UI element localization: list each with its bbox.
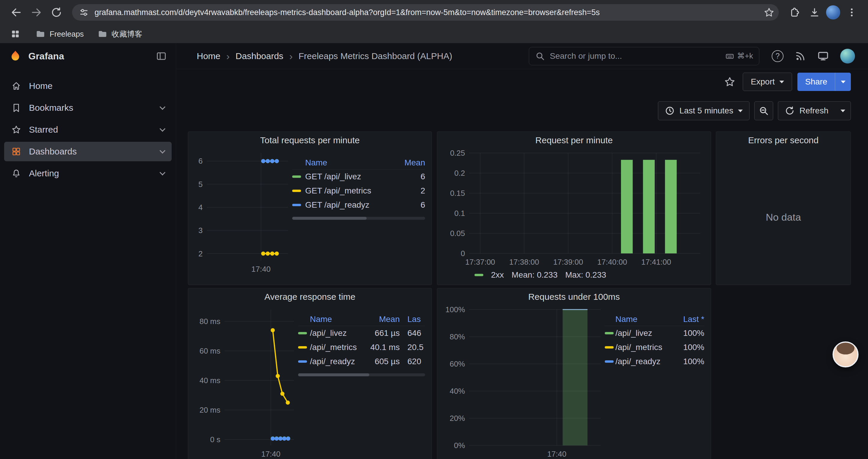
bookmarks-bar: Freeleaps 收藏博客 [0, 25, 868, 43]
legend-header-last[interactable]: Las [400, 315, 425, 324]
svg-text:17:40:00: 17:40:00 [597, 258, 627, 266]
chevron-down-icon[interactable] [159, 169, 165, 175]
bar-chart[interactable]: 0%20%40%60%80%100%17:40 [444, 305, 605, 459]
breadcrumb-dashboards[interactable]: Dashboards [236, 51, 283, 61]
bookmark-folder-blog[interactable]: 收藏博客 [97, 29, 143, 39]
legend-header-mean[interactable]: Mean [364, 315, 400, 324]
export-label: Export [751, 77, 775, 87]
panel-title[interactable]: Errors per second [748, 135, 818, 145]
bar-chart[interactable]: 00.050.10.150.20.2517:37:0017:38:0017:39… [444, 149, 704, 267]
caret-down-icon [738, 109, 743, 112]
breadcrumb-home[interactable]: Home [197, 51, 220, 61]
downloads-button[interactable] [806, 4, 823, 21]
panel-title[interactable]: Average response time [265, 292, 355, 302]
legend-series-name[interactable]: GET /api/_livez [305, 172, 387, 182]
share-options-button[interactable] [835, 73, 851, 91]
display-button[interactable] [817, 50, 829, 62]
series-color-dash [605, 332, 614, 334]
time-range-picker[interactable]: Last 5 minutes [658, 101, 749, 120]
time-series-chart[interactable]: 2345617:40 [195, 149, 292, 274]
legend-series-name[interactable]: /api/_metrics [615, 342, 674, 352]
svg-text:17:40: 17:40 [547, 450, 566, 458]
kebab-menu-icon [846, 7, 857, 18]
dashboards-grid-icon [11, 146, 21, 157]
legend-scrollbar-thumb[interactable] [298, 373, 369, 376]
legend-series-name[interactable]: GET /api/_readyz [305, 200, 387, 210]
sidebar-item-label: Bookmarks [29, 103, 73, 113]
refresh-interval-button[interactable] [835, 101, 851, 120]
chevron-down-icon[interactable] [159, 104, 165, 110]
chevron-down-icon[interactable] [159, 126, 165, 132]
panel-errors-per-second: Errors per second No data [716, 131, 851, 285]
legend-series-name[interactable]: /api/_readyz [615, 357, 674, 366]
breadcrumb-separator-icon: › [289, 51, 292, 61]
apps-grid-button[interactable] [9, 28, 22, 40]
sidebar-item-dashboards[interactable]: Dashboards [4, 142, 172, 161]
svg-text:60%: 60% [450, 359, 465, 368]
legend-series-name[interactable]: /api/_livez [310, 328, 364, 338]
legend-header-name[interactable]: Name [305, 158, 387, 167]
reload-button[interactable] [48, 4, 65, 21]
svg-text:17:38:00: 17:38:00 [509, 258, 539, 266]
svg-text:2: 2 [198, 249, 203, 258]
browser-menu-button[interactable] [843, 4, 860, 21]
legend-series-name[interactable]: /api/_livez [615, 328, 674, 338]
sidebar-item-starred[interactable]: Starred [4, 120, 172, 139]
legend-series-name[interactable]: /api/_readyz [310, 357, 364, 366]
apps-grid-icon [10, 29, 20, 39]
sidebar-collapse-button[interactable] [156, 51, 167, 62]
user-avatar[interactable] [840, 49, 855, 64]
legend-series-name[interactable]: 2xx [491, 270, 504, 280]
browser-window: grafana.mathmast.com/d/deytv4rwavabkb/fr… [0, 0, 868, 459]
search-input[interactable] [550, 52, 720, 61]
sidebar-item-home[interactable]: Home [4, 76, 172, 96]
bookmark-star-icon[interactable] [764, 7, 775, 18]
help-button[interactable]: ? [772, 50, 783, 62]
panel-title[interactable]: Total requests per minute [260, 135, 360, 145]
chevron-down-icon[interactable] [159, 148, 165, 154]
panel-title[interactable]: Request per minute [535, 135, 613, 145]
legend-header-name[interactable]: Name [615, 315, 674, 324]
refresh-button[interactable]: Refresh [778, 101, 835, 120]
share-button[interactable]: Share [797, 73, 835, 91]
extensions-button[interactable] [786, 4, 803, 21]
legend-scrollbar-thumb[interactable] [292, 217, 367, 220]
browser-profile-avatar[interactable] [826, 5, 840, 20]
assistant-avatar[interactable] [833, 341, 859, 367]
legend-header-last[interactable]: Last * [674, 315, 704, 324]
panel-header: Average response time [188, 288, 432, 305]
legend-header-row: Name Mean [292, 156, 425, 169]
url-bar[interactable]: grafana.mathmast.com/d/deytv4rwavabkb/fr… [72, 4, 779, 21]
favorite-star-button[interactable] [722, 74, 737, 90]
legend-max-stat: Max: 0.233 [565, 270, 606, 280]
site-info-icon[interactable] [79, 7, 89, 18]
caret-down-icon [840, 109, 845, 112]
sidebar-item-alerting[interactable]: Alerting [4, 164, 172, 183]
caret-down-icon [841, 80, 845, 83]
bookmark-folder-freeleaps[interactable]: Freeleaps [35, 29, 84, 39]
search-box[interactable]: ⌘+k [529, 47, 759, 65]
legend-series-name[interactable]: GET /api/_metrics [305, 186, 387, 196]
time-series-chart[interactable]: 0 s20 ms40 ms60 ms80 ms17:40 [195, 305, 298, 459]
panel-title[interactable]: Requests under 100ms [528, 292, 620, 302]
news-button[interactable] [795, 51, 806, 62]
refresh-split-button: Refresh [778, 101, 851, 120]
sidebar-item-label: Alerting [29, 168, 59, 178]
svg-text:0.2: 0.2 [454, 169, 465, 177]
grafana-logo[interactable] [9, 50, 22, 63]
legend-header-mean[interactable]: Mean [387, 158, 425, 167]
legend-row: /api/_livez 100% [605, 326, 704, 340]
zoom-out-button[interactable] [754, 101, 773, 120]
clock-icon [665, 106, 675, 116]
panel-total-requests: Total requests per minute 2345617:40 Nam… [188, 131, 432, 285]
legend-header-name[interactable]: Name [310, 315, 364, 324]
forward-button[interactable] [28, 4, 45, 21]
back-button[interactable] [8, 4, 25, 21]
no-data-message: No data [716, 149, 850, 285]
sidebar-item-bookmarks[interactable]: Bookmarks [4, 98, 172, 118]
legend-series-mean: 661 µs [364, 328, 400, 338]
legend-series-name[interactable]: /api/_metrics [310, 342, 364, 352]
svg-text:17:37:00: 17:37:00 [465, 258, 495, 266]
export-button[interactable]: Export [743, 73, 792, 91]
panel-requests-under-100ms: Requests under 100ms 0%20%40%60%80%100%1… [437, 288, 711, 459]
